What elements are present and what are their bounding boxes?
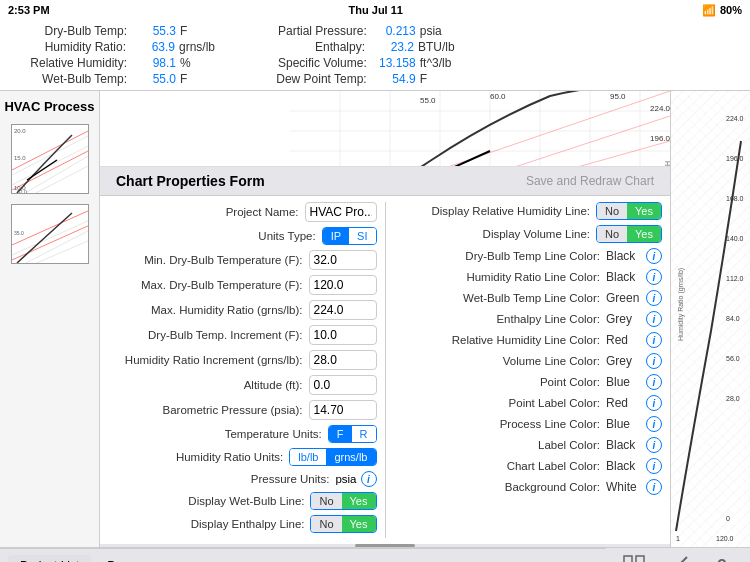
wetbulb-no-button[interactable]: No	[311, 493, 341, 509]
background-color-value: White	[606, 480, 642, 494]
data-column-left: Dry-Bulb Temp: 55.3 F Humidity Ratio: 63…	[16, 24, 215, 86]
wetbulb-color-info-icon[interactable]: i	[646, 290, 662, 306]
humidity-increment-input[interactable]	[309, 350, 377, 370]
svg-text:85.0: 85.0	[330, 165, 344, 167]
temp-units-toggle: F R	[328, 425, 377, 443]
svg-text:112.0: 112.0	[726, 275, 744, 282]
point-color-value: Blue	[606, 375, 642, 389]
humidity-units-label: Humidity Ratio Units:	[108, 451, 283, 463]
altitude-row: Altitude (ft):	[108, 375, 377, 395]
wet-bulb-temp-row: Wet-Bulb Temp: 55.0 F	[16, 72, 215, 86]
barometric-pressure-input[interactable]	[309, 400, 377, 420]
drybulb-increment-row: Dry-Bulb Temp. Increment (F):	[108, 325, 377, 345]
help-icon[interactable]: ?	[706, 550, 738, 563]
mini-psych-chart-2: 35.0	[11, 204, 89, 264]
wetbulb-yes-button[interactable]: Yes	[342, 493, 376, 509]
relative-humidity-value: 98.1	[131, 56, 176, 70]
max-drybulb-input[interactable]	[309, 275, 377, 295]
draw-line-icon[interactable]	[662, 550, 694, 563]
fahrenheit-button[interactable]: F	[329, 426, 352, 442]
lb-button[interactable]: lb/lb	[290, 449, 326, 465]
save-redraw-button[interactable]: Save and Redraw Chart	[526, 174, 654, 188]
pressure-units-info-icon[interactable]: i	[361, 471, 377, 487]
volume-no-button[interactable]: No	[597, 226, 627, 242]
rh-no-button[interactable]: No	[597, 203, 627, 219]
drybulb-color-info-icon[interactable]: i	[646, 248, 662, 264]
rh-color-value: Red	[606, 333, 642, 347]
tab-bar: Project List P	[0, 548, 606, 562]
drybulb-color-group: Black i	[606, 248, 662, 264]
humidity-ratio-label: Humidity Ratio:	[16, 40, 126, 54]
wet-bulb-value: 55.0	[131, 72, 176, 86]
svg-text:196.0: 196.0	[726, 155, 744, 162]
process-line-color-info-icon[interactable]: i	[646, 416, 662, 432]
min-drybulb-input[interactable]	[309, 250, 377, 270]
chart-label-color-row: Chart Label Color: Black i	[394, 458, 663, 474]
process-line-color-value: Blue	[606, 417, 642, 431]
form-area: 55.0 60.0 95.0 224.0 196.0 168.0 50.0 45…	[100, 91, 670, 547]
svg-text:84.0: 84.0	[726, 315, 740, 322]
units-type-toggle: IP SI	[322, 227, 377, 245]
enthalpy-label: Enthalpy:	[255, 40, 365, 54]
background-color-info-icon[interactable]: i	[646, 479, 662, 495]
point-label-color-info-icon[interactable]: i	[646, 395, 662, 411]
volume-color-info-icon[interactable]: i	[646, 353, 662, 369]
project-name-row: Project Name:	[108, 202, 377, 222]
partial-pressure-unit: psia	[420, 24, 455, 38]
point-color-info-icon[interactable]: i	[646, 374, 662, 390]
min-drybulb-label: Min. Dry-Bulb Temperature (F):	[108, 254, 303, 266]
drybulb-increment-input[interactable]	[309, 325, 377, 345]
rh-color-info-icon[interactable]: i	[646, 332, 662, 348]
svg-text:28.0: 28.0	[726, 395, 740, 402]
chart-label-color-value: Black	[606, 459, 642, 473]
dry-bulb-value: 55.3	[131, 24, 176, 38]
tab-project-list[interactable]: Project List	[8, 555, 91, 562]
enthalpy-no-button[interactable]: No	[311, 516, 341, 532]
svg-line-3	[32, 165, 89, 194]
wet-bulb-label: Wet-Bulb Temp:	[17, 72, 127, 86]
rankine-button[interactable]: R	[352, 426, 376, 442]
partial-pressure-label: Partial Pressure:	[257, 24, 367, 38]
max-drybulb-label: Max. Dry-Bulb Temperature (F):	[108, 279, 303, 291]
scroll-indicator	[100, 544, 670, 547]
ip-button[interactable]: IP	[323, 228, 349, 244]
humidity-ratio-color-info-icon[interactable]: i	[646, 269, 662, 285]
min-drybulb-row: Min. Dry-Bulb Temperature (F):	[108, 250, 377, 270]
max-humidity-input[interactable]	[309, 300, 377, 320]
pressure-units-row: Pressure Units: psia i	[108, 471, 377, 487]
chart-label-color-info-icon[interactable]: i	[646, 458, 662, 474]
enthalpy-yes-button[interactable]: Yes	[342, 516, 376, 532]
grns-lb-button[interactable]: grns/lb	[326, 449, 375, 465]
enthalpy-color-info-icon[interactable]: i	[646, 311, 662, 327]
svg-line-15	[12, 210, 89, 245]
svg-text:140.0: 140.0	[726, 235, 744, 242]
tab-p[interactable]: P	[95, 555, 127, 562]
form-left-column: Project Name: Units Type: IP SI Min. Dry…	[100, 202, 386, 538]
rh-yes-button[interactable]: Yes	[627, 203, 661, 219]
bottom-area: Project List P ?	[0, 547, 750, 562]
grid-icon[interactable]	[618, 550, 650, 563]
project-name-input[interactable]	[305, 202, 377, 222]
svg-line-72	[669, 557, 687, 563]
volume-yes-button[interactable]: Yes	[627, 226, 661, 242]
left-panel: HVAC Process 20.0 15.0 10.0 32.0	[0, 91, 100, 547]
specific-volume-row: Specific Volume: 13.158 ft^3/lb	[255, 56, 455, 70]
enthalpy-value: 23.2	[369, 40, 414, 54]
rh-toggle: No Yes	[596, 202, 662, 220]
enthalpy-row: Enthalpy: 23.2 BTU/lb	[255, 40, 455, 54]
humidity-units-row: Humidity Ratio Units: lb/lb grns/lb	[108, 448, 377, 466]
display-rh-label: Display Relative Humidity Line:	[394, 205, 590, 217]
rh-color-row: Relative Humidity Line Color: Red i	[394, 332, 663, 348]
data-column-right: Partial Pressure: 0.213 psia Enthalpy: 2…	[255, 24, 455, 86]
rh-color-group: Red i	[606, 332, 662, 348]
altitude-input[interactable]	[309, 375, 377, 395]
background-color-row: Background Color: White i	[394, 479, 663, 495]
label-color-info-icon[interactable]: i	[646, 437, 662, 453]
svg-text:Humidity Ratio (grns/lb): Humidity Ratio (grns/lb)	[677, 268, 685, 341]
chart-label-color-group: Black i	[606, 458, 662, 474]
si-button[interactable]: SI	[349, 228, 375, 244]
svg-text:95.0: 95.0	[610, 92, 626, 101]
scroll-thumb	[355, 544, 415, 547]
relative-humidity-unit: %	[180, 56, 215, 70]
mini-psych-chart: 20.0 15.0 10.0 32.0	[11, 124, 89, 194]
